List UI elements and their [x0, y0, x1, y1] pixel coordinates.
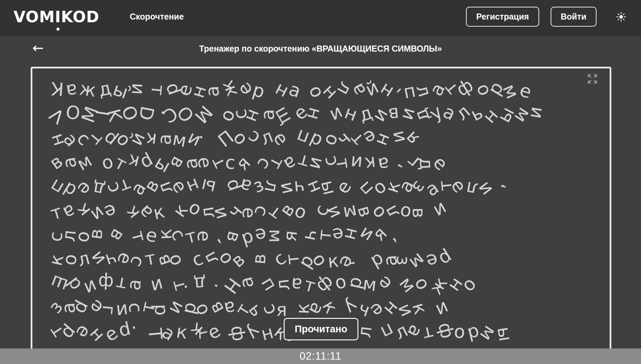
rotated-text-line: количествословвстроке,размер	[51, 248, 600, 272]
timer-bar: 02:11:11	[0, 348, 641, 364]
rotated-glyph: к	[125, 148, 142, 175]
sun-icon	[616, 12, 626, 22]
rotated-text-line: Каждыйтренажернаонлайн-платформе	[51, 78, 600, 102]
rotated-glyph: й	[124, 82, 149, 95]
done-button[interactable]: Прочитано	[284, 318, 358, 340]
rotated-glyph: к	[363, 151, 377, 176]
rotated-glyph: и	[430, 196, 452, 223]
rotated-text-line: зарегистрироватьсякакученики	[51, 296, 600, 321]
rotated-glyph: и	[80, 272, 100, 299]
rotated-glyph: и	[148, 270, 166, 297]
rotated-glyph: к	[151, 199, 167, 225]
theme-toggle-sun-icon[interactable]	[616, 12, 626, 22]
rotated-glyph: а	[64, 78, 79, 103]
rotated-glyph: а	[290, 272, 303, 297]
rotated-glyph: ы	[492, 325, 518, 343]
rotated-text-line: VOMIKOD.COMоснащениндивидуальными	[51, 102, 600, 126]
rotated-glyph: д	[193, 271, 208, 296]
logo-text-pre: VOM	[13, 8, 55, 26]
rotated-glyph: о	[453, 322, 466, 347]
rotated-glyph: е	[268, 127, 294, 150]
rotated-glyph: К	[50, 76, 65, 101]
back-button[interactable]: ←	[32, 41, 44, 55]
rotated-glyph: ,	[485, 183, 510, 189]
rotated-glyph: в	[407, 207, 431, 218]
app-header: VOMIKOD Скорочтение Регистрация Войти	[0, 0, 641, 33]
rotated-text-line: такиекакколичествосимволови	[51, 199, 600, 223]
register-button[interactable]: Регистрация	[466, 7, 539, 27]
rotated-text-line: шрифтаит.д.Наплатформеможно	[51, 272, 600, 296]
rotated-glyph: м	[361, 271, 378, 297]
rotated-glyph: и	[431, 294, 452, 321]
rotated-text-line: вамоткрываетсястатистика,где	[51, 151, 600, 175]
rotated-glyph: к	[317, 296, 343, 318]
rotated-text-line: представленыразличныепоказатели,	[51, 175, 600, 199]
logo-letter-i: I	[55, 8, 61, 26]
rotated-glyph: ы	[199, 173, 218, 200]
rotated-text: Каждыйтренажернаонлайн-платформеVOMIKOD.…	[51, 78, 600, 345]
timer-value: 02:11:11	[299, 350, 341, 362]
rotated-glyph: а	[234, 274, 260, 291]
header-actions: Регистрация Войти	[466, 7, 626, 27]
logo-text-post: KOD	[61, 8, 99, 26]
rotated-glyph: ф	[98, 270, 114, 295]
rotated-glyph: м	[170, 127, 188, 153]
rotated-glyph: ж	[78, 77, 98, 103]
page-title: Тренажер по скорочтению «ВРАЩАЮЩИЕСЯ СИМ…	[0, 40, 641, 54]
vomikod-logo[interactable]: VOMIKOD	[13, 8, 99, 26]
rotated-glyph: в	[246, 252, 272, 265]
title-bar: ← Тренажер по скорочтению «ВРАЩАЮЩИЕСЯ С…	[0, 40, 641, 57]
nav-item-speed-reading[interactable]: Скорочтение	[130, 12, 184, 22]
rotated-text-line: словвтексте,времячтения,	[51, 223, 600, 248]
rotated-text-line: настройками.Послепрочтения	[51, 126, 600, 151]
login-button[interactable]: Войти	[551, 7, 596, 27]
rotated-glyph: е	[330, 176, 357, 199]
trainer-panel: Каждыйтренажернаонлайн-платформеVOMIKOD.…	[31, 67, 611, 364]
rotated-glyph: а	[286, 77, 304, 104]
rotated-glyph: и	[349, 150, 363, 175]
